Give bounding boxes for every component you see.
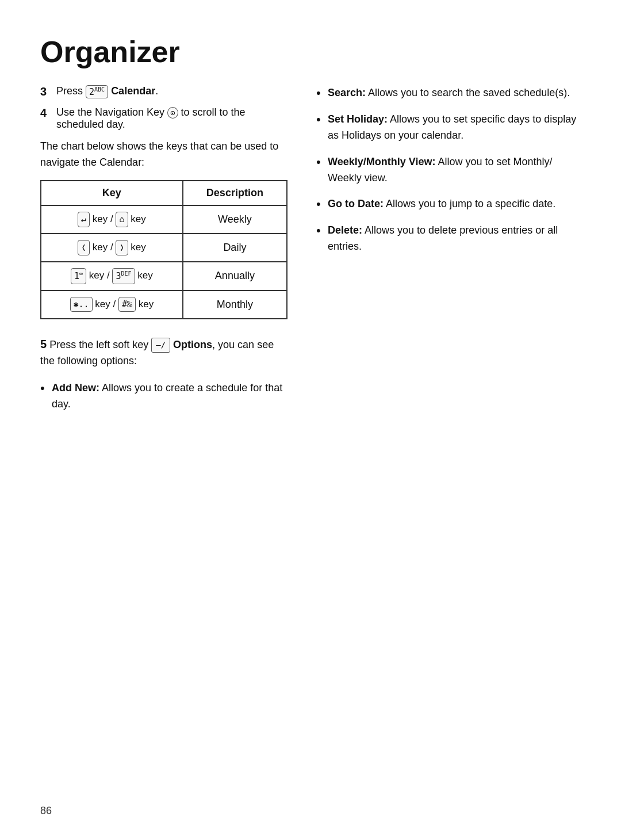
key-cell-monthly: ✱.. key / #‰ key <box>41 291 183 319</box>
desc-cell-monthly: Monthly <box>183 291 287 319</box>
table-row: 1∞ key / 3DEF key Annually <box>41 262 287 291</box>
page-number: 86 <box>40 805 52 817</box>
step-4: 4 Use the Navigation Key ⊙ to scroll to … <box>40 106 288 131</box>
go-to-date-text: Allows you to jump to a specific date. <box>386 198 555 209</box>
chart-intro: The chart below shows the keys that can … <box>40 139 288 171</box>
go-to-date-label: Go to Date: <box>328 198 384 209</box>
desc-cell-annually: Annually <box>183 262 287 291</box>
left-soft-key-icon: —/ <box>151 338 170 353</box>
key-right-icon: ❭ <box>116 240 128 255</box>
add-new-label: Add New: <box>52 382 99 394</box>
weekly-monthly-view-label: Weekly/Monthly View: <box>328 156 435 167</box>
list-item-add-new: Add New: Allows you to create a schedule… <box>40 380 288 413</box>
step-5: 5 Press the left soft key —/ Options, yo… <box>40 335 288 369</box>
list-item-weekly-monthly-view: Weekly/Monthly View: Allow you to set Mo… <box>316 154 581 186</box>
set-holiday-label: Set Holiday: <box>328 113 388 125</box>
step-4-text: Use the Navigation Key ⊙ to scroll to th… <box>56 106 288 131</box>
delete-text: Allows you to delete previous entries or… <box>328 224 558 252</box>
left-column: 3 Press 2ABC Calendar. 4 Use the Navigat… <box>40 85 288 423</box>
desc-cell-daily: Daily <box>183 234 287 262</box>
key-home-icon: ⌂ <box>116 212 128 227</box>
key-left-icon: ❬ <box>78 240 90 255</box>
navigation-key-table: Key Description ↵ key / ⌂ key Weekly <box>40 180 288 319</box>
left-bullet-list: Add New: Allows you to create a schedule… <box>40 380 288 413</box>
key-cell-daily: ❬ key / ❭ key <box>41 234 183 262</box>
step-3-number: 3 <box>40 85 53 98</box>
right-column: Search: Allows you to search the saved s… <box>316 85 581 265</box>
key-scroll-down-icon: ↵ <box>78 212 90 227</box>
step-3-text: Press 2ABC Calendar. <box>56 85 158 98</box>
key-cell-annually: 1∞ key / 3DEF key <box>41 262 183 291</box>
key-hash-icon: #‰ <box>118 297 136 312</box>
right-bullet-list: Search: Allows you to search the saved s… <box>316 85 581 255</box>
step-5-number: 5 <box>40 338 47 350</box>
key-star-icon: ✱.. <box>70 297 93 312</box>
options-label: Options <box>173 339 212 350</box>
table-header-description: Description <box>183 181 287 205</box>
step-4-number: 4 <box>40 106 53 120</box>
nav-key-icon: ⊙ <box>167 107 178 119</box>
list-item-delete: Delete: Allows you to delete previous en… <box>316 223 581 255</box>
table-row: ❬ key / ❭ key Daily <box>41 234 287 262</box>
list-item-set-holiday: Set Holiday: Allows you to set specific … <box>316 112 581 144</box>
list-item-go-to-date: Go to Date: Allows you to jump to a spec… <box>316 196 581 212</box>
table-header-key: Key <box>41 181 183 205</box>
delete-label: Delete: <box>328 224 362 236</box>
key-cell-weekly: ↵ key / ⌂ key <box>41 205 183 234</box>
search-text: Allows you to search the saved schedule(… <box>368 87 570 98</box>
search-label: Search: <box>328 87 366 98</box>
list-item-search: Search: Allows you to search the saved s… <box>316 85 581 101</box>
key-1ao-icon: 1∞ <box>71 268 86 284</box>
step-3: 3 Press 2ABC Calendar. <box>40 85 288 98</box>
desc-cell-weekly: Weekly <box>183 205 287 234</box>
table-row: ↵ key / ⌂ key Weekly <box>41 205 287 234</box>
key-3def-icon: 3DEF <box>112 268 135 284</box>
page-title: Organizer <box>40 35 581 69</box>
key-2abc-icon: 2ABC <box>86 85 108 98</box>
table-row: ✱.. key / #‰ key Monthly <box>41 291 287 319</box>
